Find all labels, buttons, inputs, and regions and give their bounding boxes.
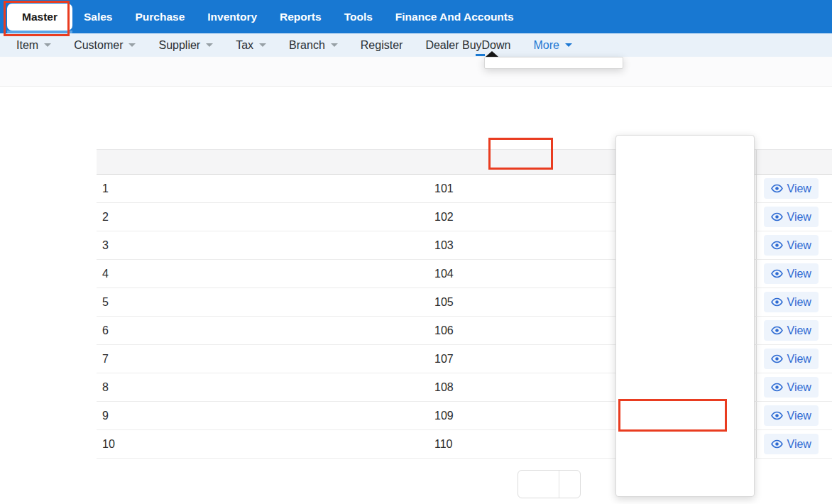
view-button-label: View (787, 438, 811, 451)
sub-navbar: Item Customer Supplier Tax Branch Regist… (0, 33, 832, 57)
pagination-prev-button[interactable] (518, 471, 559, 498)
chevron-down-icon (259, 43, 266, 47)
chevron-down-icon (44, 43, 51, 47)
chevron-down-icon (206, 43, 213, 47)
more-active-indicator (476, 54, 485, 56)
subnav-item[interactable]: Dealer BuyDown (414, 33, 522, 57)
cell-sno: 9 (97, 402, 434, 430)
tools-submenu (615, 135, 755, 497)
view-button-label: View (787, 324, 811, 337)
subnav-item[interactable]: Supplier (147, 33, 224, 57)
eye-icon (771, 296, 783, 308)
topnav-item[interactable]: Reports (268, 0, 333, 33)
cell-action: View (756, 373, 832, 402)
topnav-item-label: Purchase (135, 11, 185, 23)
topnav-item-label: Reports (280, 11, 322, 23)
view-button-label: View (787, 239, 811, 252)
cell-action: View (756, 430, 832, 459)
topnav-item[interactable]: Purchase (124, 0, 196, 33)
cell-sno: 6 (97, 317, 434, 345)
dropdown-caret-icon (486, 51, 498, 57)
topnav-item[interactable]: Master (7, 4, 72, 31)
cell-action: View (756, 317, 832, 345)
more-dropdown-menu (484, 57, 623, 69)
view-button[interactable]: View (764, 405, 819, 426)
view-button[interactable]: View (764, 349, 819, 369)
subnav-item[interactable]: Customer (62, 33, 147, 57)
cell-action: View (756, 231, 832, 260)
cell-sno: 2 (97, 203, 434, 231)
topnav-item[interactable]: Tools (333, 0, 384, 33)
cell-sno: 10 (97, 430, 434, 459)
view-button[interactable]: View (764, 292, 819, 312)
eye-icon (771, 211, 783, 223)
subnav-item[interactable]: Branch (278, 33, 349, 57)
subnav-item-label: Tax (236, 33, 253, 57)
chevron-down-icon (331, 43, 338, 47)
cell-action: View (756, 288, 832, 317)
eye-icon (771, 410, 783, 422)
column-header-sno (97, 150, 434, 175)
app-window: Master Sales Purchase Inventory Reports … (0, 0, 832, 504)
pagination (518, 470, 581, 498)
top-navbar: Master Sales Purchase Inventory Reports … (0, 0, 832, 33)
column-header-action (756, 150, 832, 175)
cell-sno: 1 (97, 175, 434, 203)
cell-sno: 7 (97, 345, 434, 373)
cell-action: View (756, 260, 832, 288)
topnav-item-label: Finance And Accounts (395, 11, 514, 23)
subnav-item-label: Register (361, 33, 403, 57)
eye-icon (771, 438, 783, 450)
cell-action: View (756, 175, 832, 203)
subnav-item[interactable]: More (522, 33, 583, 57)
topnav-item-label: Master (22, 11, 58, 23)
view-button[interactable]: View (764, 377, 819, 398)
eye-icon (771, 268, 783, 280)
topnav-item[interactable]: Inventory (196, 0, 268, 33)
topnav-item-label: Inventory (207, 11, 257, 23)
view-button[interactable]: View (764, 235, 819, 256)
cell-action: View (756, 345, 832, 373)
view-button-label: View (787, 296, 811, 309)
view-button-label: View (787, 410, 811, 422)
view-button-label: View (787, 268, 811, 280)
eye-icon (771, 324, 783, 336)
subnav-item[interactable]: Register (349, 33, 415, 57)
subnav-item-label: More (533, 33, 559, 57)
view-button[interactable]: View (764, 434, 819, 454)
view-button-label: View (787, 182, 811, 195)
subnav-item-label: Item (16, 33, 38, 57)
view-button-label: View (787, 353, 811, 366)
topnav-item-label: Tools (344, 11, 373, 23)
topnav-item-label: Sales (84, 11, 113, 23)
subnav-item[interactable]: Tax (224, 33, 278, 57)
eye-icon (771, 239, 783, 251)
subnav-item-label: Customer (74, 33, 123, 57)
cell-sno: 4 (97, 260, 434, 288)
view-button-label: View (787, 211, 811, 224)
chevron-down-icon (565, 43, 572, 47)
chevron-down-icon (128, 43, 136, 47)
eye-icon (771, 381, 783, 393)
title-bar (0, 57, 832, 87)
subnav-item-label: Supplier (158, 33, 200, 57)
cell-sno: 3 (97, 231, 434, 260)
subnav-item-label: Branch (289, 33, 325, 57)
view-button[interactable]: View (764, 320, 819, 341)
eye-icon (771, 182, 783, 195)
cell-sno: 5 (97, 288, 434, 317)
view-button[interactable]: View (764, 207, 819, 227)
view-button-label: View (787, 381, 811, 394)
cell-action: View (756, 402, 832, 430)
topnav-item[interactable]: Sales (72, 0, 124, 33)
cell-action: View (756, 203, 832, 231)
cell-sno: 8 (97, 373, 434, 402)
eye-icon (771, 353, 783, 365)
view-button[interactable]: View (764, 178, 819, 199)
pagination-overflow-area (559, 471, 580, 498)
topnav-item[interactable]: Finance And Accounts (384, 0, 525, 33)
subnav-item[interactable]: Item (5, 33, 62, 57)
view-button[interactable]: View (764, 263, 819, 284)
